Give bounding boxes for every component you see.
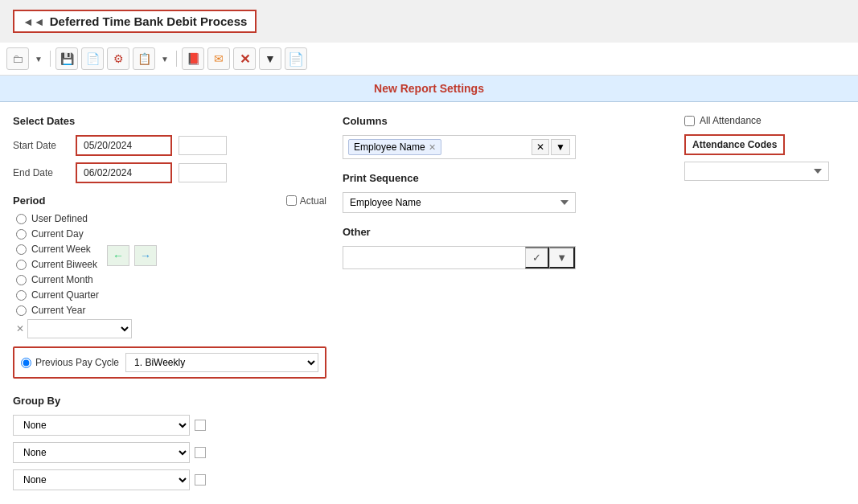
radio-current-biweek-label: Current Biweek <box>31 259 97 270</box>
employee-name-tag: Employee Name ✕ <box>348 139 441 155</box>
radio-current-week[interactable] <box>16 244 27 255</box>
period-dropdown-clear[interactable]: ✕ <box>16 323 24 334</box>
back-icon[interactable]: ◄◄ <box>23 15 45 28</box>
print-sequence-section: Print Sequence Employee Name <box>343 172 668 213</box>
prev-pay-cycle-select[interactable]: 1. BiWeekly 2. Weekly 3. Monthly 4. Semi… <box>125 353 318 372</box>
columns-tag-row: Employee Name ✕ ✕ ▼ <box>343 135 576 159</box>
radio-user-defined-label: User Defined <box>31 213 88 224</box>
radio-current-month-label: Current Month <box>31 274 93 285</box>
page-title: Deferred Time Bank Debit Process <box>50 14 248 28</box>
group-by-row-2: None <box>13 442 326 463</box>
attendance-codes-box: Attendance Codes <box>684 134 785 155</box>
folder-btn[interactable]: 🗀 <box>6 47 29 70</box>
doc-btn[interactable]: 📄 <box>81 47 104 70</box>
middle-panel: Columns Employee Name ✕ ✕ ▼ Print Sequen… <box>343 115 668 504</box>
select-dates-label: Select Dates <box>13 115 326 127</box>
radio-item: Current Biweek <box>16 259 99 270</box>
radio-item: Current Week <box>16 244 99 255</box>
print-sequence-select[interactable]: Employee Name <box>343 192 576 213</box>
start-date-input[interactable] <box>76 135 172 156</box>
period-section: Period Actual User Defined Current Day <box>13 195 326 379</box>
group-by-check-3[interactable] <box>195 474 206 486</box>
radio-current-week-label: Current Week <box>31 244 91 255</box>
all-attendance-label: All Attendance <box>700 115 762 126</box>
actual-checkbox[interactable] <box>286 195 297 206</box>
employee-name-tag-remove[interactable]: ✕ <box>429 142 436 153</box>
end-date-input[interactable] <box>76 162 172 183</box>
radio-user-defined[interactable] <box>16 214 27 224</box>
radio-current-month[interactable] <box>16 275 27 285</box>
group-by-row-1: None <box>13 415 326 436</box>
all-attendance-checkbox[interactable] <box>684 116 695 126</box>
period-label: Period <box>13 195 45 207</box>
radio-current-day-label: Current Day <box>31 228 84 240</box>
radio-current-day[interactable] <box>16 229 27 240</box>
radio-item: Current Year <box>16 305 99 316</box>
attendance-codes-label: Attendance Codes <box>692 139 777 150</box>
radio-prev-pay-cycle[interactable] <box>21 358 31 368</box>
period-body: User Defined Current Day Current Week Cu… <box>13 213 326 316</box>
radio-current-quarter[interactable] <box>16 290 27 301</box>
end-date-label: End Date <box>13 167 69 178</box>
other-label: Other <box>343 226 668 238</box>
group-by-check-2[interactable] <box>195 447 206 458</box>
yellow-doc-btn[interactable]: 📄 <box>285 47 307 70</box>
radio-item: Current Quarter <box>16 289 99 301</box>
folder-dropdown-btn[interactable]: ▼ <box>32 47 45 70</box>
save-btn[interactable]: 💾 <box>55 47 78 70</box>
group-by-label: Group By <box>13 395 326 407</box>
period-header: Period Actual <box>13 195 326 207</box>
radio-item: Current Month <box>16 274 99 285</box>
columns-label: Columns <box>343 115 668 127</box>
end-date-row: End Date <box>13 162 326 183</box>
other-check-btn[interactable]: ✓ <box>525 247 549 268</box>
main-content: Select Dates Start Date End Date Period … <box>0 102 858 504</box>
copy-dropdown-btn[interactable]: ▼ <box>158 47 171 70</box>
all-attendance-row: All Attendance <box>684 115 845 126</box>
other-input[interactable] <box>343 248 525 268</box>
group-by-row-3: None <box>13 469 326 490</box>
filter-btn[interactable]: ▼ <box>259 47 281 70</box>
group-by-section: Group By None None None <box>13 395 326 490</box>
actual-check-row: Actual <box>286 195 326 207</box>
copy-btn[interactable]: 📋 <box>133 47 155 70</box>
start-date-extra-input[interactable] <box>179 136 227 155</box>
prev-pay-cycle-text: Previous Pay Cycle <box>35 357 119 368</box>
group-by-check-1[interactable] <box>195 420 206 431</box>
print-sequence-label: Print Sequence <box>343 172 668 184</box>
start-date-row: Start Date <box>13 135 326 156</box>
columns-section: Columns Employee Name ✕ ✕ ▼ <box>343 115 668 159</box>
red-doc-btn[interactable]: 📕 <box>182 47 204 70</box>
end-date-extra-input[interactable] <box>179 163 227 182</box>
radio-current-biweek[interactable] <box>16 260 27 270</box>
radio-current-year[interactable] <box>16 305 27 316</box>
columns-dropdown-btn[interactable]: ▼ <box>551 139 570 155</box>
radio-item: Current Day <box>16 228 99 240</box>
select-dates-section: Select Dates Start Date End Date <box>13 115 326 183</box>
close-btn[interactable]: ✕ <box>233 47 256 70</box>
attendance-codes-select[interactable] <box>684 162 829 181</box>
columns-clear-btn[interactable]: ✕ <box>532 139 549 155</box>
group-by-select-1[interactable]: None <box>13 415 190 436</box>
period-arrows: ← → <box>107 245 157 266</box>
header-text: New Report Settings <box>374 82 484 95</box>
columns-controls: ✕ ▼ <box>532 139 570 155</box>
left-panel: Select Dates Start Date End Date Period … <box>13 115 326 504</box>
gear-btn[interactable]: ⚙ <box>107 47 129 70</box>
period-right-arrow[interactable]: → <box>134 245 157 266</box>
title-bar: ◄◄ Deferred Time Bank Debit Process <box>13 10 257 33</box>
email-btn[interactable]: ✉ <box>207 47 230 70</box>
other-section: Other ✓ ▼ <box>343 226 668 269</box>
group-by-select-2[interactable]: None <box>13 442 190 463</box>
other-dropdown-btn[interactable]: ▼ <box>549 247 575 268</box>
radio-item: User Defined <box>16 213 99 224</box>
radio-current-quarter-label: Current Quarter <box>31 289 99 301</box>
prev-pay-cycle-row: Previous Pay Cycle 1. BiWeekly 2. Weekly… <box>13 346 326 379</box>
right-panel: All Attendance Attendance Codes <box>684 115 845 504</box>
group-by-select-3[interactable]: None <box>13 469 190 490</box>
period-dropdown-select[interactable] <box>27 319 132 338</box>
period-radio-list: User Defined Current Day Current Week Cu… <box>16 213 99 316</box>
other-row: ✓ ▼ <box>343 246 576 269</box>
radio-current-year-label: Current Year <box>31 305 85 316</box>
period-left-arrow[interactable]: ← <box>107 245 129 266</box>
